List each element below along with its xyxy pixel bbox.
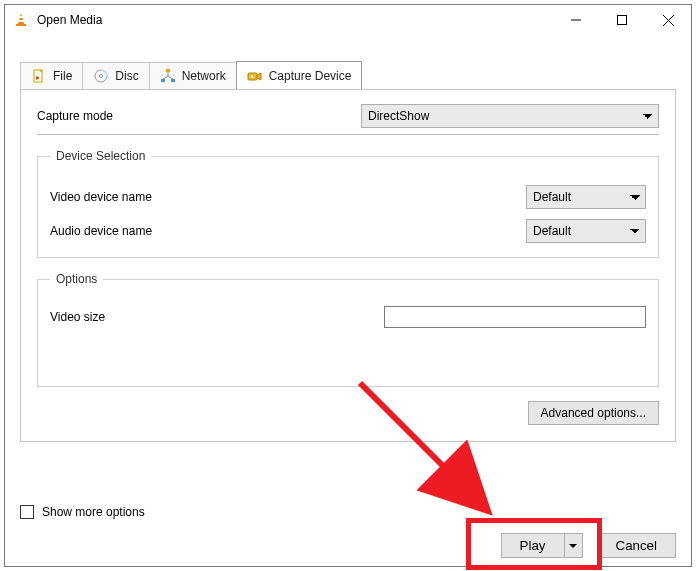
- capture-device-icon: [247, 68, 263, 84]
- show-more-checkbox[interactable]: [20, 505, 34, 519]
- minimize-button[interactable]: [553, 5, 599, 35]
- file-icon: [31, 68, 47, 84]
- cancel-button[interactable]: Cancel: [597, 533, 677, 558]
- advanced-options-button[interactable]: Advanced options...: [528, 401, 659, 425]
- bottom-bar: Show more options Play Cancel: [20, 505, 676, 558]
- svg-rect-3: [16, 24, 26, 26]
- vlc-cone-icon: [13, 12, 29, 28]
- tab-disc-label: Disc: [115, 69, 138, 83]
- audio-device-row: Audio device name Default: [50, 219, 646, 243]
- device-selection-legend: Device Selection: [50, 149, 151, 163]
- maximize-button[interactable]: [599, 5, 645, 35]
- svg-marker-20: [257, 73, 261, 80]
- video-size-label: Video size: [50, 310, 105, 324]
- tab-capture-device[interactable]: Capture Device: [236, 61, 363, 89]
- tab-file[interactable]: File: [20, 62, 83, 89]
- show-more-label: Show more options: [42, 505, 145, 519]
- audio-device-label: Audio device name: [50, 224, 526, 238]
- svg-line-18: [168, 76, 173, 79]
- svg-rect-13: [166, 69, 170, 72]
- tabstrip: File Disc: [20, 63, 676, 89]
- svg-point-12: [100, 75, 103, 78]
- svg-rect-14: [161, 79, 165, 82]
- tab-area: File Disc: [20, 63, 676, 442]
- svg-line-17: [163, 76, 168, 79]
- svg-rect-2: [18, 20, 23, 22]
- video-device-row: Video device name Default: [50, 185, 646, 209]
- tab-network[interactable]: Network: [149, 62, 237, 89]
- play-dropdown-button[interactable]: [565, 533, 583, 558]
- footer-buttons: Play Cancel: [20, 533, 676, 558]
- advanced-options-row: Advanced options...: [37, 401, 659, 425]
- video-size-input[interactable]: [384, 306, 646, 328]
- tab-capture-device-label: Capture Device: [269, 69, 352, 83]
- play-split-button: Play: [501, 533, 583, 558]
- capture-mode-select[interactable]: DirectShow: [361, 104, 659, 128]
- options-legend: Options: [50, 272, 103, 286]
- options-group: Options Video size: [37, 272, 659, 387]
- open-media-window: Open Media File: [4, 4, 692, 567]
- audio-device-select[interactable]: Default: [526, 219, 646, 243]
- tab-disc[interactable]: Disc: [82, 62, 149, 89]
- capture-mode-label: Capture mode: [37, 109, 113, 123]
- svg-rect-8: [34, 70, 42, 82]
- svg-rect-5: [618, 16, 627, 25]
- video-size-row: Video size: [50, 306, 646, 328]
- svg-rect-15: [171, 79, 175, 82]
- window-controls: [553, 5, 691, 35]
- separator: [37, 134, 659, 135]
- svg-point-21: [250, 75, 253, 78]
- close-button[interactable]: [645, 5, 691, 35]
- tab-network-label: Network: [182, 69, 226, 83]
- title-bar: Open Media: [5, 5, 691, 35]
- video-device-select[interactable]: Default: [526, 185, 646, 209]
- play-button[interactable]: Play: [501, 533, 565, 558]
- video-device-label: Video device name: [50, 190, 526, 204]
- capture-mode-row: Capture mode DirectShow: [37, 104, 659, 128]
- client-area: File Disc: [5, 35, 691, 566]
- tab-file-label: File: [53, 69, 72, 83]
- network-icon: [160, 68, 176, 84]
- disc-icon: [93, 68, 109, 84]
- capture-panel: Capture mode DirectShow Device Selection…: [20, 89, 676, 442]
- device-selection-group: Device Selection Video device name Defau…: [37, 149, 659, 258]
- svg-marker-0: [18, 13, 24, 24]
- show-more-options[interactable]: Show more options: [20, 505, 676, 519]
- window-title: Open Media: [37, 13, 102, 27]
- svg-rect-1: [19, 16, 23, 18]
